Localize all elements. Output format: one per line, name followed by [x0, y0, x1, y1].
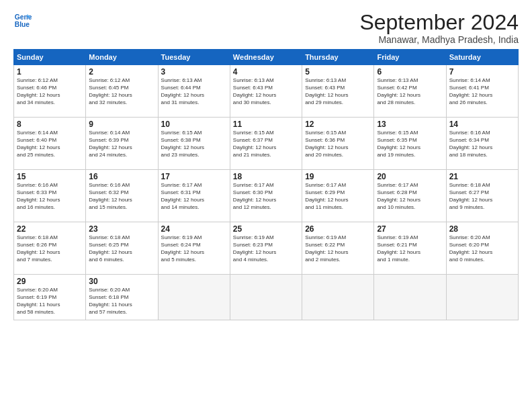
calendar-cell: 30Sunrise: 6:20 AM Sunset: 6:18 PM Dayli…: [86, 275, 158, 320]
calendar-cell: 19Sunrise: 6:17 AM Sunset: 6:29 PM Dayli…: [302, 170, 374, 222]
day-info: Sunrise: 6:16 AM Sunset: 6:32 PM Dayligh…: [89, 182, 154, 211]
day-info: Sunrise: 6:15 AM Sunset: 6:37 PM Dayligh…: [233, 130, 299, 158]
day-number: 14: [449, 120, 515, 129]
day-info: Sunrise: 6:18 AM Sunset: 6:27 PM Dayligh…: [449, 182, 515, 211]
day-number: 12: [305, 120, 371, 129]
day-info: Sunrise: 6:12 AM Sunset: 6:46 PM Dayligh…: [17, 77, 83, 106]
day-number: 21: [449, 172, 515, 181]
day-number: 11: [233, 120, 299, 129]
calendar-cell: [302, 275, 374, 320]
day-info: Sunrise: 6:13 AM Sunset: 6:43 PM Dayligh…: [305, 77, 371, 106]
day-header-saturday: Saturday: [446, 50, 518, 65]
day-number: 29: [17, 277, 83, 286]
logo: General Blue: [13, 11, 32, 30]
day-number: 23: [89, 224, 154, 234]
day-header-friday: Friday: [374, 50, 446, 65]
calendar-cell: 18Sunrise: 6:17 AM Sunset: 6:30 PM Dayli…: [230, 170, 302, 222]
day-info: Sunrise: 6:17 AM Sunset: 6:29 PM Dayligh…: [305, 182, 371, 211]
day-info: Sunrise: 6:19 AM Sunset: 6:21 PM Dayligh…: [377, 234, 443, 263]
calendar-cell: 24Sunrise: 6:19 AM Sunset: 6:24 PM Dayli…: [158, 222, 230, 275]
day-info: Sunrise: 6:13 AM Sunset: 6:44 PM Dayligh…: [161, 77, 227, 106]
calendar-cell: 4Sunrise: 6:13 AM Sunset: 6:43 PM Daylig…: [230, 65, 302, 118]
calendar-cell: 14Sunrise: 6:16 AM Sunset: 6:34 PM Dayli…: [446, 118, 518, 170]
day-header-monday: Monday: [86, 50, 158, 65]
calendar-cell: 5Sunrise: 6:13 AM Sunset: 6:43 PM Daylig…: [302, 65, 374, 118]
day-info: Sunrise: 6:14 AM Sunset: 6:40 PM Dayligh…: [17, 130, 83, 158]
day-info: Sunrise: 6:17 AM Sunset: 6:31 PM Dayligh…: [161, 182, 227, 211]
calendar-cell: 6Sunrise: 6:13 AM Sunset: 6:42 PM Daylig…: [374, 65, 446, 118]
day-number: 19: [305, 172, 371, 181]
day-number: 17: [161, 172, 227, 181]
day-number: 26: [305, 224, 371, 234]
day-info: Sunrise: 6:15 AM Sunset: 6:38 PM Dayligh…: [161, 130, 227, 158]
calendar-cell: 23Sunrise: 6:18 AM Sunset: 6:25 PM Dayli…: [86, 222, 158, 275]
calendar-cell: 10Sunrise: 6:15 AM Sunset: 6:38 PM Dayli…: [158, 118, 230, 170]
calendar-cell: 22Sunrise: 6:18 AM Sunset: 6:26 PM Dayli…: [14, 222, 86, 275]
day-number: 6: [377, 67, 443, 77]
calendar-cell: 20Sunrise: 6:17 AM Sunset: 6:28 PM Dayli…: [374, 170, 446, 222]
day-number: 4: [233, 67, 299, 77]
day-header-tuesday: Tuesday: [158, 50, 230, 65]
calendar-cell: 9Sunrise: 6:14 AM Sunset: 6:39 PM Daylig…: [86, 118, 158, 170]
day-number: 3: [161, 67, 227, 77]
calendar-cell: 15Sunrise: 6:16 AM Sunset: 6:33 PM Dayli…: [14, 170, 86, 222]
day-number: 8: [17, 120, 83, 129]
calendar-cell: 17Sunrise: 6:17 AM Sunset: 6:31 PM Dayli…: [158, 170, 230, 222]
header: General Blue September 2024 Manawar, Mad…: [13, 11, 519, 45]
day-info: Sunrise: 6:20 AM Sunset: 6:20 PM Dayligh…: [449, 234, 515, 263]
day-number: 5: [305, 67, 371, 77]
calendar-cell: [374, 275, 446, 320]
page: General Blue September 2024 Manawar, Mad…: [0, 0, 532, 411]
day-number: 9: [89, 120, 154, 129]
day-number: 25: [233, 224, 299, 234]
calendar-cell: 27Sunrise: 6:19 AM Sunset: 6:21 PM Dayli…: [374, 222, 446, 275]
day-header-wednesday: Wednesday: [230, 50, 302, 65]
day-info: Sunrise: 6:19 AM Sunset: 6:24 PM Dayligh…: [161, 234, 227, 263]
svg-text:Blue: Blue: [15, 21, 30, 28]
day-info: Sunrise: 6:13 AM Sunset: 6:43 PM Dayligh…: [233, 77, 299, 106]
calendar-cell: [230, 275, 302, 320]
calendar-cell: 28Sunrise: 6:20 AM Sunset: 6:20 PM Dayli…: [446, 222, 518, 275]
day-number: 24: [161, 224, 227, 234]
calendar-cell: 12Sunrise: 6:15 AM Sunset: 6:36 PM Dayli…: [302, 118, 374, 170]
month-title: September 2024: [359, 11, 519, 34]
day-info: Sunrise: 6:20 AM Sunset: 6:18 PM Dayligh…: [89, 287, 154, 316]
day-info: Sunrise: 6:16 AM Sunset: 6:34 PM Dayligh…: [449, 130, 515, 158]
calendar-cell: 13Sunrise: 6:15 AM Sunset: 6:35 PM Dayli…: [374, 118, 446, 170]
day-info: Sunrise: 6:15 AM Sunset: 6:35 PM Dayligh…: [377, 130, 443, 158]
calendar-cell: 8Sunrise: 6:14 AM Sunset: 6:40 PM Daylig…: [14, 118, 86, 170]
day-info: Sunrise: 6:13 AM Sunset: 6:42 PM Dayligh…: [377, 77, 443, 106]
calendar-cell: 16Sunrise: 6:16 AM Sunset: 6:32 PM Dayli…: [86, 170, 158, 222]
day-number: 30: [89, 277, 154, 286]
calendar-table: SundayMondayTuesdayWednesdayThursdayFrid…: [13, 49, 519, 320]
day-number: 13: [377, 120, 443, 129]
calendar-cell: [158, 275, 230, 320]
day-info: Sunrise: 6:14 AM Sunset: 6:41 PM Dayligh…: [449, 77, 515, 106]
day-header-sunday: Sunday: [14, 50, 86, 65]
day-number: 22: [17, 224, 83, 234]
day-info: Sunrise: 6:19 AM Sunset: 6:22 PM Dayligh…: [305, 234, 371, 263]
calendar-cell: 1Sunrise: 6:12 AM Sunset: 6:46 PM Daylig…: [14, 65, 86, 118]
day-number: 10: [161, 120, 227, 129]
location-subtitle: Manawar, Madhya Pradesh, India: [359, 34, 519, 45]
day-info: Sunrise: 6:15 AM Sunset: 6:36 PM Dayligh…: [305, 130, 371, 158]
day-number: 7: [449, 67, 515, 77]
calendar-cell: 26Sunrise: 6:19 AM Sunset: 6:22 PM Dayli…: [302, 222, 374, 275]
title-area: September 2024 Manawar, Madhya Pradesh, …: [359, 11, 519, 45]
calendar-cell: 2Sunrise: 6:12 AM Sunset: 6:45 PM Daylig…: [86, 65, 158, 118]
day-info: Sunrise: 6:14 AM Sunset: 6:39 PM Dayligh…: [89, 130, 154, 158]
day-info: Sunrise: 6:18 AM Sunset: 6:26 PM Dayligh…: [17, 234, 83, 263]
day-number: 27: [377, 224, 443, 234]
day-number: 15: [17, 172, 83, 181]
day-header-thursday: Thursday: [302, 50, 374, 65]
calendar-cell: 7Sunrise: 6:14 AM Sunset: 6:41 PM Daylig…: [446, 65, 518, 118]
day-number: 2: [89, 67, 154, 77]
day-number: 28: [449, 224, 515, 234]
day-number: 20: [377, 172, 443, 181]
day-info: Sunrise: 6:17 AM Sunset: 6:28 PM Dayligh…: [377, 182, 443, 211]
calendar-cell: 21Sunrise: 6:18 AM Sunset: 6:27 PM Dayli…: [446, 170, 518, 222]
calendar-cell: 29Sunrise: 6:20 AM Sunset: 6:19 PM Dayli…: [14, 275, 86, 320]
calendar-cell: [446, 275, 518, 320]
calendar-cell: 3Sunrise: 6:13 AM Sunset: 6:44 PM Daylig…: [158, 65, 230, 118]
day-number: 16: [89, 172, 154, 181]
